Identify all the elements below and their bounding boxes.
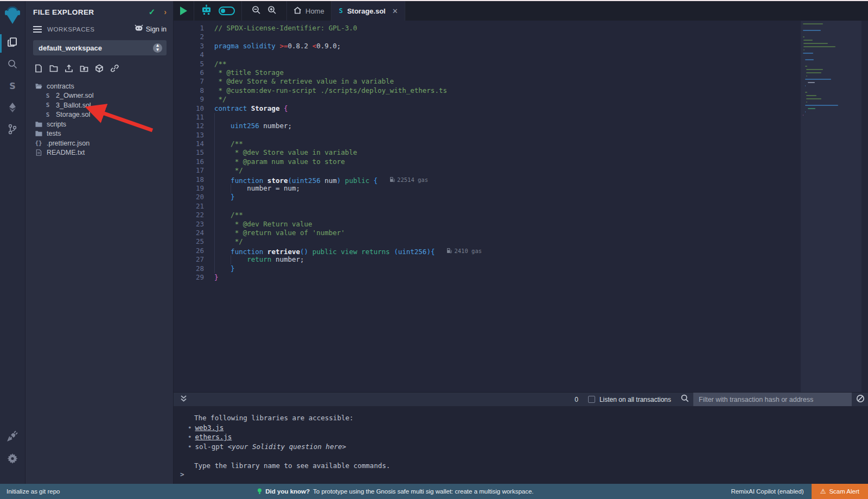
tree-item-tests[interactable]: tests [25, 129, 173, 139]
minimap[interactable] [801, 21, 861, 392]
workspace-dropdown-icon[interactable]: ▲▼ [153, 43, 162, 53]
collapse-terminal-icon[interactable] [180, 395, 187, 405]
link-icon[interactable] [110, 64, 119, 75]
sidebar-item-deploy-run[interactable] [0, 98, 25, 119]
copilot-toggle[interactable] [219, 7, 235, 15]
home-icon [293, 7, 302, 16]
code-line-29[interactable]: 29} [174, 273, 868, 282]
sidebar-item-solidity-compiler[interactable]: S [0, 76, 25, 98]
terminal-prompt[interactable]: > [180, 470, 184, 478]
code-line-22[interactable]: 22 /** [174, 211, 868, 219]
code-lines: 1// SPDX-License-Identifier: GPL-3.023pr… [174, 21, 868, 282]
code-line-7[interactable]: 7 * @dev Store & retrieve value in a var… [174, 77, 868, 86]
clear-console-icon[interactable] [856, 394, 865, 405]
code-line-5[interactable]: 5/** [174, 60, 868, 68]
editor-toolbar: Home S Storage.sol ✕ [174, 1, 868, 21]
line-number: 29 [174, 273, 204, 282]
sidebar-item-search[interactable] [0, 54, 25, 76]
tree-item-contracts[interactable]: contracts [25, 81, 173, 91]
code-line-15[interactable]: 15 * @dev Store value in variable [174, 148, 868, 157]
code-line-8[interactable]: 8 * @custom:dev-run-script ./scripts/dep… [174, 86, 868, 95]
code-line-21[interactable]: 21 [174, 202, 868, 211]
solidity-icon: S [43, 92, 52, 99]
code-line-13[interactable]: 13 [174, 131, 868, 140]
tree-item-storage-sol[interactable]: SStorage.sol [25, 110, 173, 120]
zoom-out-icon[interactable] [252, 5, 261, 17]
ipfs-cube-icon[interactable] [95, 64, 104, 75]
line-number: 12 [174, 122, 204, 130]
copilot-status[interactable]: RemixAI Copilot (enabled) [731, 488, 803, 495]
tip-title: Did you know? [265, 488, 310, 495]
code-line-18[interactable]: 18 function store(uint256 num) public {2… [174, 175, 868, 184]
editor-scrollbar[interactable] [861, 21, 868, 392]
code-line-12[interactable]: 12 uint256 number; [174, 122, 868, 130]
tree-item-3-ballot-sol[interactable]: S3_Ballot.sol [25, 100, 173, 110]
code-line-16[interactable]: 16 * @param num value to store [174, 157, 868, 166]
ai-copilot-robot-icon[interactable] [201, 4, 212, 18]
solidity-compiler-icon: S [7, 80, 18, 94]
tab-home[interactable]: Home [287, 1, 331, 21]
code-line-24[interactable]: 24 * @return value of 'number' [174, 229, 868, 237]
tree-item-readme-txt[interactable]: README.txt [25, 148, 173, 158]
tab-storage-sol[interactable]: S Storage.sol ✕ [331, 1, 405, 21]
workspace-name: default_workspace [39, 44, 153, 52]
plug-icon [7, 430, 18, 444]
code-line-27[interactable]: 27 return number; [174, 255, 868, 264]
code-line-3[interactable]: 3pragma solidity >=0.8.2 <0.9.0; [174, 42, 868, 50]
compile-check-icon: ✓ [149, 7, 156, 17]
gear-icon [7, 452, 18, 466]
folder-icon [34, 130, 43, 137]
sign-in-button[interactable]: Sign in [135, 24, 167, 34]
workspaces-menu-icon[interactable] [33, 26, 42, 33]
tree-item-2-owner-sol[interactable]: S2_Owner.sol [25, 91, 173, 101]
workspace-select[interactable]: default_workspace ▲▼ [33, 40, 167, 55]
code-line-9[interactable]: 9 */ [174, 95, 868, 104]
code-line-1[interactable]: 1// SPDX-License-Identifier: GPL-3.0 [174, 24, 868, 33]
sidebar-item-plugin-manager[interactable] [0, 426, 25, 448]
line-number: 21 [174, 202, 204, 211]
code-line-11[interactable]: 11 [174, 113, 868, 122]
upload-file-icon[interactable] [65, 64, 73, 75]
ethers-js-link[interactable]: ethers.js [195, 433, 232, 441]
line-number: 23 [174, 220, 204, 229]
run-script-button[interactable] [174, 1, 194, 21]
collapse-panel-chevron-icon[interactable]: › [164, 8, 167, 16]
code-line-4[interactable]: 4 [174, 50, 868, 59]
tree-item--prettierrc-json[interactable]: {}.prettierrc.json [25, 138, 173, 148]
transaction-filter-input[interactable] [693, 393, 852, 407]
close-tab-icon[interactable]: ✕ [392, 7, 398, 15]
code-editor[interactable]: 1// SPDX-License-Identifier: GPL-3.023pr… [174, 21, 868, 392]
code-line-23[interactable]: 23 * @dev Return value [174, 220, 868, 229]
scam-alert-button[interactable]: ⚠ Scam Alert [812, 484, 868, 499]
code-line-28[interactable]: 28 } [174, 264, 868, 273]
sidebar-item-settings[interactable] [0, 448, 25, 470]
terminal[interactable]: The following libraries are accessible:•… [174, 406, 868, 484]
zoom-in-icon[interactable] [267, 5, 277, 17]
line-number: 27 [174, 255, 204, 264]
sidebar-item-file-explorer[interactable] [0, 33, 25, 54]
web3-js-link[interactable]: web3.js [195, 424, 224, 432]
new-file-icon[interactable] [34, 64, 43, 75]
code-line-6[interactable]: 6 * @title Storage [174, 68, 868, 77]
code-line-17[interactable]: 17 */ [174, 166, 868, 175]
git-init-button[interactable]: Initialize as git repo [7, 488, 60, 495]
terminal-text: The following libraries are accessible: [194, 414, 868, 424]
listen-checkbox[interactable] [588, 396, 595, 403]
code-line-25[interactable]: 25 */ [174, 237, 868, 246]
code-line-19[interactable]: 19 number = num; [174, 184, 868, 193]
code-line-10[interactable]: 10contract Storage { [174, 104, 868, 113]
remix-logo-icon[interactable] [3, 5, 22, 25]
tab-label: Storage.sol [347, 7, 386, 15]
code-line-2[interactable]: 2 [174, 33, 868, 41]
new-folder-icon[interactable] [49, 64, 58, 75]
code-line-20[interactable]: 20 } [174, 193, 868, 201]
search-icon [7, 58, 18, 72]
upload-folder-icon[interactable] [80, 64, 88, 75]
tree-item-scripts[interactable]: scripts [25, 119, 173, 129]
terminal-search-icon[interactable] [681, 394, 689, 405]
line-number: 22 [174, 211, 204, 219]
sidebar-item-git[interactable] [0, 119, 25, 141]
code-line-26[interactable]: 26 function retrieve() public view retur… [174, 247, 868, 255]
file-icon [34, 149, 43, 156]
code-line-14[interactable]: 14 /** [174, 140, 868, 148]
